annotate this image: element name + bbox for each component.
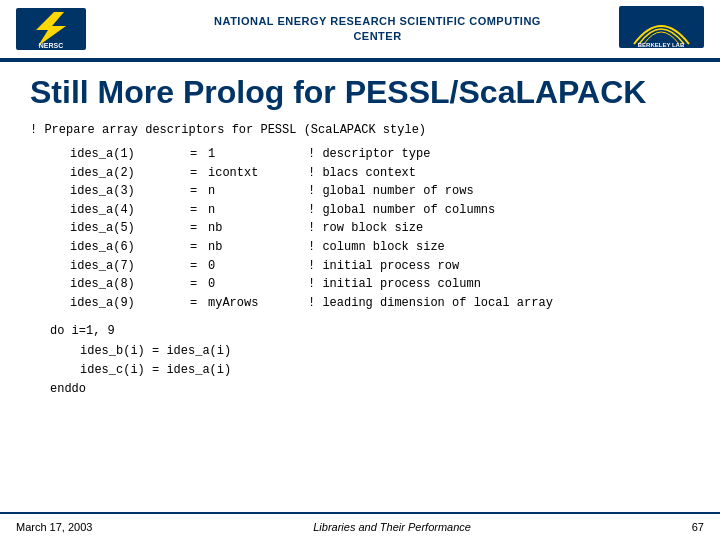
descriptor-eq: = <box>190 275 208 294</box>
descriptor-row: ides_a(1)=1! descriptor type <box>70 145 690 164</box>
descriptor-row: ides_a(8)=0! initial process column <box>70 275 690 294</box>
descriptor-lhs: ides_a(8) <box>70 275 190 294</box>
descriptor-row: ides_a(6)=nb! column block size <box>70 238 690 257</box>
nersc-logo-area: NERSC <box>16 8 136 50</box>
descriptor-rhs: n <box>208 201 308 220</box>
footer-page-number: 67 <box>692 521 704 533</box>
descriptor-lhs: ides_a(7) <box>70 257 190 276</box>
descriptor-rhs: nb <box>208 238 308 257</box>
nersc-logo-icon: NERSC <box>16 8 86 50</box>
loop-line-2: ides_c(i) = ides_a(i) <box>80 361 690 380</box>
descriptor-lhs: ides_a(2) <box>70 164 190 183</box>
descriptor-table: ides_a(1)=1! descriptor typeides_a(2)=ic… <box>70 145 690 312</box>
descriptor-rhs: 0 <box>208 275 308 294</box>
descriptor-comment: ! initial process row <box>308 257 459 276</box>
descriptor-row: ides_a(5)=nb! row block size <box>70 219 690 238</box>
descriptor-eq: = <box>190 182 208 201</box>
svg-text:NERSC: NERSC <box>39 42 64 49</box>
descriptor-lhs: ides_a(6) <box>70 238 190 257</box>
descriptor-rhs: 0 <box>208 257 308 276</box>
loop-do-line: do i=1, 9 <box>50 322 690 341</box>
descriptor-eq: = <box>190 257 208 276</box>
descriptor-row: ides_a(2)=icontxt! blacs context <box>70 164 690 183</box>
descriptor-comment: ! global number of columns <box>308 201 495 220</box>
footer: March 17, 2003 Libraries and Their Perfo… <box>0 512 720 540</box>
loop-end-line: enddo <box>50 380 690 399</box>
descriptor-lhs: ides_a(3) <box>70 182 190 201</box>
footer-date: March 17, 2003 <box>16 521 92 533</box>
descriptor-lhs: ides_a(9) <box>70 294 190 313</box>
descriptor-rhs: myArows <box>208 294 308 313</box>
header: NERSC National Energy Research Scientifi… <box>0 0 720 60</box>
descriptor-eq: = <box>190 145 208 164</box>
descriptor-row: ides_a(4)=n! global number of columns <box>70 201 690 220</box>
descriptor-row: ides_a(9)=myArows! leading dimension of … <box>70 294 690 313</box>
loop-block: do i=1, 9ides_b(i) = ides_a(i)ides_c(i) … <box>50 322 690 399</box>
main-content: ! Prepare array descriptors for PESSL (S… <box>0 119 720 409</box>
descriptor-rhs: 1 <box>208 145 308 164</box>
descriptor-comment: ! blacs context <box>308 164 416 183</box>
slide-title: Still More Prolog for PESSL/ScaLAPACK <box>0 62 720 119</box>
descriptor-eq: = <box>190 201 208 220</box>
descriptor-eq: = <box>190 164 208 183</box>
descriptor-comment: ! column block size <box>308 238 445 257</box>
descriptor-eq: = <box>190 294 208 313</box>
descriptor-row: ides_a(7)=0! initial process row <box>70 257 690 276</box>
descriptor-rhs: icontxt <box>208 164 308 183</box>
descriptor-comment: ! descriptor type <box>308 145 430 164</box>
footer-center-text: Libraries and Their Performance <box>313 521 471 533</box>
header-title: National Energy Research Scientific Comp… <box>136 14 619 45</box>
descriptor-comment: ! initial process column <box>308 275 481 294</box>
descriptor-eq: = <box>190 219 208 238</box>
descriptor-row: ides_a(3)=n! global number of rows <box>70 182 690 201</box>
descriptor-comment: ! global number of rows <box>308 182 474 201</box>
lbl-logo-area: BERKELEY LAB <box>619 6 704 52</box>
descriptor-lhs: ides_a(1) <box>70 145 190 164</box>
svg-text:BERKELEY LAB: BERKELEY LAB <box>638 42 685 48</box>
descriptor-eq: = <box>190 238 208 257</box>
intro-text: ! Prepare array descriptors for PESSL (S… <box>30 123 690 137</box>
loop-line-1: ides_b(i) = ides_a(i) <box>80 342 690 361</box>
descriptor-rhs: n <box>208 182 308 201</box>
descriptor-rhs: nb <box>208 219 308 238</box>
descriptor-comment: ! row block size <box>308 219 423 238</box>
descriptor-lhs: ides_a(4) <box>70 201 190 220</box>
descriptor-lhs: ides_a(5) <box>70 219 190 238</box>
descriptor-comment: ! leading dimension of local array <box>308 294 553 313</box>
berkeley-lab-logo-icon: BERKELEY LAB <box>619 6 704 48</box>
